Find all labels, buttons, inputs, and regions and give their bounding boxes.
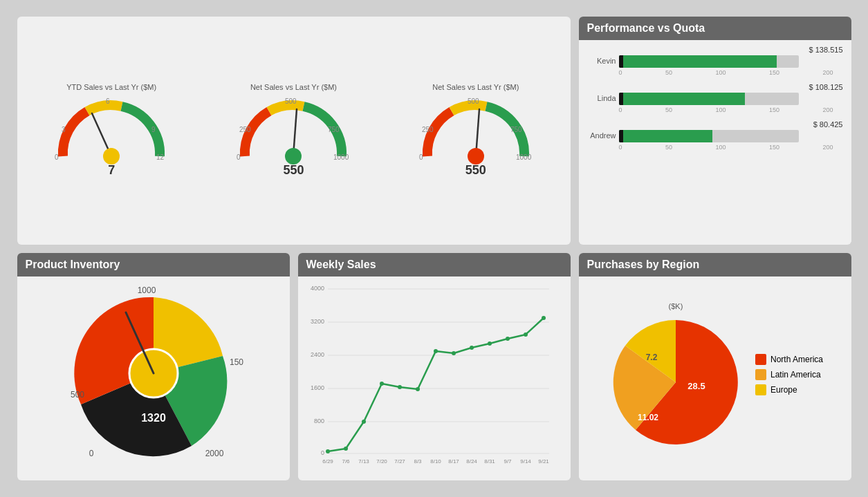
inventory-title: Product Inventory bbox=[17, 253, 290, 276]
gauge-net2: Net Sales vs Last Yr ($M) 0 250 500 750 … bbox=[407, 83, 545, 178]
north-america-color bbox=[755, 354, 766, 365]
svg-text:1000: 1000 bbox=[516, 153, 532, 161]
svg-text:0: 0 bbox=[320, 449, 324, 456]
svg-text:750: 750 bbox=[510, 126, 522, 133]
dashboard: YTD Sales vs Last Yr ($M) 0 3 bbox=[9, 8, 860, 489]
latin-america-label: Latin America bbox=[770, 370, 821, 379]
andrew-name: Andrew bbox=[587, 131, 616, 140]
svg-text:9/14: 9/14 bbox=[520, 458, 531, 465]
svg-text:1320: 1320 bbox=[141, 412, 166, 424]
svg-text:750: 750 bbox=[328, 126, 340, 133]
legend-latin-america: Latin America bbox=[755, 369, 823, 380]
kevin-name: Kevin bbox=[587, 57, 616, 65]
svg-text:0: 0 bbox=[55, 153, 59, 161]
purchases-body: ($K) 28.5 11.02 7.2 bbox=[579, 276, 851, 478]
perf-row-linda: $ 108.125 Linda 050100150200 bbox=[587, 83, 843, 113]
legend-north-america: North America bbox=[755, 354, 823, 365]
svg-text:6: 6 bbox=[106, 97, 110, 105]
svg-point-43 bbox=[362, 420, 366, 424]
gauges-panel: YTD Sales vs Last Yr ($M) 0 3 bbox=[17, 17, 571, 245]
perf-row-kevin: $ 138.515 Kevin 050100150200 bbox=[587, 46, 843, 76]
purchases-panel: Purchases by Region ($K) 28.5 bbox=[579, 253, 851, 481]
pie-chart: 28.5 11.02 7.2 bbox=[607, 313, 745, 451]
europe-color bbox=[755, 384, 766, 395]
svg-text:500: 500 bbox=[71, 390, 84, 400]
svg-point-15 bbox=[468, 148, 484, 165]
svg-text:500: 500 bbox=[468, 97, 479, 105]
svg-point-51 bbox=[506, 337, 510, 341]
svg-text:7/13: 7/13 bbox=[358, 458, 369, 465]
weekly-sales-panel: Weekly Sales 4000 3200 2400 1600 800 0 bbox=[298, 253, 571, 481]
gauge-ytd: YTD Sales vs Last Yr ($M) 0 3 bbox=[42, 83, 181, 178]
svg-point-41 bbox=[326, 449, 330, 453]
svg-text:4000: 4000 bbox=[310, 285, 324, 292]
gauge-net1: Net Sales vs Last Yr ($M) 0 250 500 750 … bbox=[224, 83, 362, 178]
north-america-label: North America bbox=[770, 355, 823, 364]
svg-text:7/20: 7/20 bbox=[376, 458, 387, 465]
svg-text:8/3: 8/3 bbox=[414, 458, 422, 465]
svg-point-46 bbox=[416, 387, 420, 391]
svg-text:3200: 3200 bbox=[310, 318, 324, 325]
svg-text:7.2: 7.2 bbox=[646, 353, 658, 362]
gauge-ytd-title: YTD Sales vs Last Yr ($M) bbox=[66, 83, 156, 91]
linda-amount: $ 108.125 bbox=[587, 83, 843, 91]
inventory-body: 1000 1500 2000 500 0 1320 bbox=[17, 276, 290, 478]
europe-label: Europe bbox=[770, 385, 797, 395]
svg-text:6/29: 6/29 bbox=[322, 458, 333, 465]
svg-text:1600: 1600 bbox=[310, 384, 324, 391]
linda-name: Linda bbox=[587, 94, 616, 102]
svg-point-48 bbox=[452, 351, 456, 355]
svg-text:11.02: 11.02 bbox=[638, 413, 658, 422]
svg-text:2000: 2000 bbox=[205, 449, 223, 458]
svg-point-44 bbox=[380, 382, 384, 386]
inventory-chart: 1000 1500 2000 500 0 1320 bbox=[64, 283, 243, 463]
gauge-net1-title: Net Sales vs Last Yr ($M) bbox=[250, 83, 337, 91]
svg-point-42 bbox=[344, 447, 348, 451]
svg-text:1000: 1000 bbox=[137, 285, 156, 295]
svg-text:9: 9 bbox=[151, 126, 156, 133]
purchases-title: Purchases by Region bbox=[579, 253, 851, 276]
svg-text:1500: 1500 bbox=[230, 357, 243, 367]
svg-text:1000: 1000 bbox=[333, 153, 349, 161]
purchases-subtitle: ($K) bbox=[669, 302, 683, 310]
svg-text:9/7: 9/7 bbox=[504, 458, 512, 465]
svg-text:7/27: 7/27 bbox=[394, 458, 405, 465]
svg-text:250: 250 bbox=[239, 126, 251, 133]
svg-text:0: 0 bbox=[89, 449, 93, 458]
svg-text:12: 12 bbox=[156, 153, 165, 161]
legend-europe: Europe bbox=[755, 384, 823, 395]
svg-point-45 bbox=[398, 385, 402, 389]
svg-text:9/21: 9/21 bbox=[538, 458, 549, 465]
inventory-panel: Product Inventory 1000 1500 2000 bbox=[17, 253, 290, 481]
svg-point-47 bbox=[434, 349, 438, 353]
line-chart: 4000 3200 2400 1600 800 0 bbox=[304, 282, 553, 469]
svg-point-49 bbox=[470, 346, 474, 350]
gauge-net2-title: Net Sales vs Last Yr ($M) bbox=[432, 83, 519, 91]
andrew-amount: $ 80.425 bbox=[587, 120, 843, 129]
svg-text:0: 0 bbox=[419, 153, 423, 161]
svg-text:800: 800 bbox=[313, 418, 324, 424]
perf-row-andrew: $ 80.425 Andrew 050100150200 bbox=[587, 120, 843, 151]
svg-text:3: 3 bbox=[62, 126, 66, 133]
kevin-amount: $ 138.515 bbox=[587, 46, 843, 54]
svg-point-50 bbox=[488, 341, 492, 346]
performance-title: Performance vs Quota bbox=[579, 17, 851, 40]
svg-text:7/6: 7/6 bbox=[342, 458, 350, 465]
svg-point-53 bbox=[542, 316, 546, 320]
svg-text:0: 0 bbox=[237, 153, 241, 161]
svg-text:500: 500 bbox=[285, 97, 297, 105]
svg-text:2400: 2400 bbox=[310, 351, 324, 358]
performance-panel: Performance vs Quota $ 138.515 Kevin 050… bbox=[579, 17, 851, 245]
svg-text:250: 250 bbox=[422, 126, 434, 133]
svg-text:28.5: 28.5 bbox=[687, 381, 705, 391]
weekly-body: 4000 3200 2400 1600 800 0 bbox=[298, 276, 571, 478]
weekly-title: Weekly Sales bbox=[298, 253, 571, 276]
svg-text:8/17: 8/17 bbox=[448, 458, 459, 465]
svg-text:8/31: 8/31 bbox=[484, 458, 495, 465]
svg-point-8 bbox=[285, 148, 302, 165]
svg-point-52 bbox=[524, 332, 528, 337]
svg-point-1 bbox=[103, 148, 120, 165]
performance-body: $ 138.515 Kevin 050100150200 $ 108.125 L… bbox=[579, 40, 851, 242]
svg-text:8/24: 8/24 bbox=[466, 458, 477, 465]
latin-america-color bbox=[755, 369, 766, 380]
